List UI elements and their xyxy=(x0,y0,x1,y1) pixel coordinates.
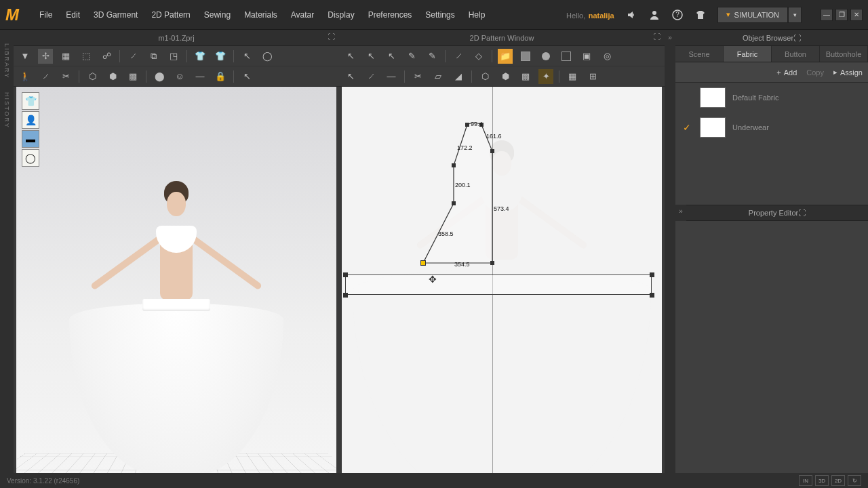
maximize-button[interactable]: ❐ xyxy=(835,9,848,21)
rect-node[interactable] xyxy=(650,293,654,298)
internal-shape-icon[interactable]: ◇ xyxy=(471,49,486,64)
menu-sewing[interactable]: Sewing xyxy=(197,7,237,22)
viewport-3d[interactable]: 👕 👤 ▬ ◯ xyxy=(16,87,336,483)
rect-outline-icon[interactable] xyxy=(559,49,574,64)
pattern-node[interactable] xyxy=(452,201,456,205)
mode-3d-button[interactable]: 3D xyxy=(815,475,829,486)
toggle-avatar-icon[interactable]: 👤 xyxy=(22,111,39,129)
expand-ob-icon[interactable]: ⛶ xyxy=(793,34,801,42)
seam-tool-icon[interactable]: ⧉ xyxy=(146,49,161,64)
show-icon[interactable]: ⬢ xyxy=(105,69,120,84)
menu-materials[interactable]: Materials xyxy=(237,7,284,22)
shirt-back-icon[interactable]: 👕 xyxy=(213,49,228,64)
line-icon[interactable]: — xyxy=(193,69,208,84)
snap-icon[interactable]: ⊞ xyxy=(585,69,600,84)
library-tab[interactable]: LIBRARY xyxy=(3,43,10,79)
viewport-2d[interactable]: 99.4 172.2 161.6 200.1 573.4 358.5 354.5… xyxy=(342,87,662,483)
minimize-button[interactable]: — xyxy=(821,9,833,21)
toggle-garment-icon[interactable]: 👕 xyxy=(22,92,39,110)
highlight-icon[interactable]: ✦ xyxy=(538,69,553,84)
segment-icon[interactable]: — xyxy=(384,69,399,84)
target-icon[interactable]: ◎ xyxy=(599,49,614,64)
pattern-node[interactable] xyxy=(452,163,456,167)
close-button[interactable]: ✕ xyxy=(850,9,863,21)
menu-avatar[interactable]: Avatar xyxy=(284,7,321,22)
trace-icon[interactable]: ▩ xyxy=(518,69,533,84)
collapse-prop-icon[interactable]: » xyxy=(675,205,686,221)
shirt-front-icon[interactable]: 👕 xyxy=(193,49,208,64)
transform-tool-icon[interactable]: ⬚ xyxy=(79,49,94,64)
edit-curve-icon[interactable]: ↖ xyxy=(363,49,378,64)
tab-button[interactable]: Button xyxy=(772,46,820,62)
menu-settings[interactable]: Settings xyxy=(418,7,461,22)
history-tab[interactable]: HISTORY xyxy=(3,92,10,129)
rect-node[interactable] xyxy=(343,272,348,277)
menu-3d-garment[interactable]: 3D Garment xyxy=(87,7,144,22)
rect-pattern-piece[interactable] xyxy=(345,274,652,295)
mode-in-button[interactable]: IN xyxy=(799,475,812,486)
lasso-icon[interactable]: ◯ xyxy=(260,49,275,64)
pattern-node[interactable] xyxy=(490,261,494,265)
copy-fabric-button[interactable]: Copy xyxy=(806,68,824,77)
menu-2d-pattern[interactable]: 2D Pattern xyxy=(144,7,197,22)
pattern-node[interactable] xyxy=(465,123,469,127)
select-tool-icon[interactable]: ▼ xyxy=(18,49,33,64)
smile-icon[interactable]: ☺ xyxy=(172,69,187,84)
lock-icon[interactable]: 🔒 xyxy=(213,69,228,84)
sewing-tool-icon[interactable]: ⟋ xyxy=(125,49,140,64)
pin-tool-icon[interactable]: ⟋ xyxy=(38,69,53,84)
tab-scene[interactable]: Scene xyxy=(675,46,724,62)
pattern-node-selected[interactable] xyxy=(421,261,425,265)
add-point-icon[interactable]: ↖ xyxy=(384,49,399,64)
user-icon[interactable] xyxy=(648,9,660,21)
notch-icon[interactable]: ✂ xyxy=(410,69,425,84)
simulation-button[interactable]: ▾SIMULATION xyxy=(717,7,788,23)
rect-fill-icon[interactable] xyxy=(518,49,533,64)
fabric-swatch[interactable] xyxy=(700,87,726,108)
grid-icon[interactable]: ▦ xyxy=(565,69,580,84)
rect-node[interactable] xyxy=(650,272,654,277)
fabric-check-icon[interactable]: ✓ xyxy=(681,122,693,133)
pointer-icon[interactable]: ↖ xyxy=(239,49,254,64)
free-sewing-icon[interactable]: ⟋ xyxy=(363,69,378,84)
tack-tool-icon[interactable]: ✂ xyxy=(58,69,73,84)
edit-curve2-icon[interactable]: ✎ xyxy=(425,49,439,64)
texture-icon[interactable]: ▩ xyxy=(125,69,140,84)
menu-edit[interactable]: Edit xyxy=(59,7,87,22)
assign-fabric-button[interactable]: ▸Assign xyxy=(833,68,863,77)
rect-node[interactable] xyxy=(343,293,348,298)
mode-refresh-button[interactable]: ↻ xyxy=(848,475,861,486)
iron-icon[interactable]: ▱ xyxy=(431,69,446,84)
collapse-right-icon[interactable]: » xyxy=(665,30,675,485)
toggle-head-icon[interactable]: ◯ xyxy=(22,149,39,167)
pattern-node[interactable] xyxy=(490,149,494,153)
fabric-swatch[interactable] xyxy=(700,117,726,138)
menu-preferences[interactable]: Preferences xyxy=(361,7,419,22)
toggle-surface-icon[interactable]: ▬ xyxy=(22,130,39,148)
symmetric-icon[interactable]: ⬡ xyxy=(477,69,492,84)
tshirt-icon[interactable] xyxy=(694,9,707,21)
expand-prop-icon[interactable]: ⛶ xyxy=(798,209,806,217)
sewing-2d-icon[interactable]: ↖ xyxy=(343,69,358,84)
mode-2d-button[interactable]: 2D xyxy=(831,475,845,486)
fold-2d-icon[interactable]: ◢ xyxy=(451,69,466,84)
add-fabric-button[interactable]: +Add xyxy=(776,68,797,77)
menu-file[interactable]: File xyxy=(33,7,59,22)
internal-line-icon[interactable]: ⟋ xyxy=(451,49,466,64)
expand-2d-icon[interactable]: ⛶ xyxy=(653,33,660,41)
folder-icon[interactable]: 📁 xyxy=(498,49,513,64)
help-icon[interactable]: ? xyxy=(671,9,684,21)
simulation-dropdown[interactable]: ▾ xyxy=(788,7,802,23)
menu-help[interactable]: Help xyxy=(462,7,492,22)
sound-icon[interactable] xyxy=(625,9,637,21)
walk-icon[interactable]: 🚶 xyxy=(18,69,33,84)
button-icon[interactable]: ⬤ xyxy=(152,69,167,84)
fabric-row[interactable]: ✓ Underwear xyxy=(675,113,868,142)
tab-buttonhole[interactable]: Buttonhole xyxy=(820,46,868,62)
expand-3d-icon[interactable]: ⛶ xyxy=(328,33,335,41)
circle-icon[interactable] xyxy=(538,49,553,64)
edit-point-icon[interactable]: ✎ xyxy=(404,49,419,64)
tab-fabric[interactable]: Fabric xyxy=(724,46,772,62)
unfold-icon[interactable]: ⬢ xyxy=(498,69,513,84)
arrangement-icon[interactable]: ☍ xyxy=(99,49,114,64)
